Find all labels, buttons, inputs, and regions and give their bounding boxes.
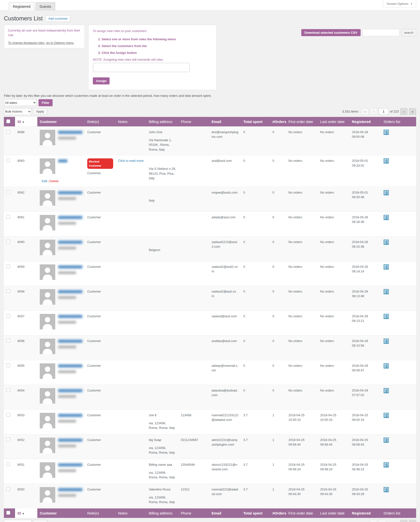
list-controls-bottom: Bulk Actions Apply 3.331 items « ‹ 1 of … [0, 518, 420, 522]
customer-name-link[interactable] [58, 463, 82, 466]
row-checkbox[interactable] [6, 487, 10, 491]
customer-cell [37, 360, 85, 385]
next-page-button[interactable]: › [400, 108, 407, 115]
orders-list-icon[interactable] [384, 363, 389, 368]
notes-cell: Click to read more [116, 155, 146, 187]
customer-cell [37, 310, 85, 335]
orders-list-icon[interactable] [384, 314, 389, 319]
current-page-input[interactable] [379, 108, 388, 115]
next-page-button-bottom[interactable]: › [400, 520, 407, 522]
select-all-checkbox-bottom[interactable] [6, 511, 10, 515]
row-checkbox[interactable] [6, 339, 10, 343]
notes-cell [116, 434, 146, 459]
registered-date-cell: 2018-04-26 07:57:02 [349, 385, 381, 409]
total-spent-cell: 3.7 [241, 409, 270, 434]
add-customer-button[interactable]: Add customer [46, 15, 70, 22]
pagination-top: 3.331 items « ‹ of 223 › » [342, 108, 416, 115]
prev-page-button-bottom[interactable]: ‹ [379, 520, 386, 522]
row-checkbox[interactable] [6, 462, 10, 466]
role-label: Customer [87, 413, 113, 418]
apply-button-top[interactable]: Apply [33, 108, 47, 115]
customer-name-link[interactable] [58, 340, 82, 343]
customer-name-link[interactable] [58, 131, 82, 134]
last-page-button[interactable]: » [409, 108, 416, 115]
bulk-actions-select-top[interactable]: Bulk Actions [4, 108, 32, 115]
orders-list-icon[interactable] [384, 264, 389, 269]
orders-list-cell [381, 335, 416, 360]
row-actions: Edit|Delete [42, 179, 82, 184]
tab-guests[interactable]: Guests [36, 2, 55, 11]
table-row: 8054 Customer ada [4, 385, 416, 409]
row-checkbox[interactable] [6, 363, 10, 367]
orders-list-icon[interactable] [384, 289, 389, 294]
email-cell: sadasd2@asd2.com [209, 261, 241, 286]
tab-registered[interactable]: Registered [9, 2, 35, 11]
orders-list-icon[interactable] [384, 413, 389, 418]
row-checkbox[interactable] [6, 413, 10, 417]
delete-link[interactable]: Delete [49, 179, 59, 183]
customer-name-link[interactable] [58, 439, 82, 442]
customer-name-link[interactable] [58, 414, 82, 417]
customer-name-link[interactable] [58, 265, 82, 269]
select-all-checkbox[interactable] [6, 119, 10, 123]
row-checkbox-cell [4, 286, 15, 310]
customer-name-link[interactable] [58, 290, 82, 293]
column-footer-id[interactable]: ID▼ [15, 508, 37, 518]
orders-list-icon[interactable] [384, 190, 389, 195]
email-cell: adada@asd.com [209, 212, 241, 236]
first-page-button-bottom[interactable]: « [370, 520, 377, 522]
row-checkbox[interactable] [6, 215, 10, 219]
row-checkbox[interactable] [6, 314, 10, 318]
column-header-id[interactable]: ID▼ [15, 117, 37, 127]
email-cell: asddas@asd.com [209, 335, 241, 360]
row-checkbox[interactable] [6, 158, 10, 162]
row-checkbox[interactable] [6, 289, 10, 293]
customer-cell [37, 212, 85, 236]
customer-name-link[interactable] [58, 389, 82, 392]
customer-name-link[interactable] [58, 241, 82, 244]
search-input[interactable] [363, 29, 399, 36]
orders-list-icon[interactable] [384, 130, 389, 135]
customer-name-link[interactable] [58, 159, 67, 163]
options-menu-link[interactable]: To change displayed roles, go to Options… [8, 41, 74, 45]
search-button[interactable]: search [401, 29, 416, 36]
customer-name-link[interactable] [58, 216, 82, 219]
table-row: 8053 Customer Joe 6 via, 123456, [4, 409, 416, 434]
orders-list-icon[interactable] [384, 438, 389, 443]
row-checkbox[interactable] [6, 130, 10, 134]
customer-name-link[interactable] [58, 488, 82, 491]
prev-page-button[interactable]: ‹ [370, 108, 377, 115]
customer-name-link[interactable] [58, 364, 82, 367]
orders-count-cell: 0 [270, 236, 286, 261]
read-note-link[interactable]: Click to read more [118, 159, 143, 163]
screen-options-button[interactable]: Screen Options ▼ [383, 0, 416, 8]
column-footer-last-order: Last order date [318, 508, 349, 518]
roles-input[interactable] [93, 63, 190, 72]
row-checkbox[interactable] [6, 264, 10, 268]
orders-list-icon[interactable] [384, 388, 389, 393]
edit-link[interactable]: Edit [42, 179, 47, 183]
date-filter-select[interactable]: All dates [4, 99, 37, 106]
customer-name-link[interactable] [58, 315, 82, 318]
orders-list-icon[interactable] [384, 462, 389, 467]
customer-name-link[interactable] [58, 191, 82, 194]
orders-list-icon[interactable] [384, 215, 389, 220]
last-page-button-bottom[interactable]: » [409, 520, 416, 522]
filter-button[interactable]: Filter [39, 99, 53, 106]
assign-button[interactable]: Assign [93, 77, 110, 84]
email-cell: noemail221233122@adadsd.com [209, 409, 241, 434]
first-page-button[interactable]: « [361, 108, 369, 115]
row-checkbox[interactable] [6, 190, 10, 194]
row-checkbox[interactable] [6, 438, 10, 441]
row-checkbox[interactable] [6, 240, 10, 244]
orders-list-icon[interactable] [384, 339, 389, 344]
avatar [40, 487, 55, 503]
orders-list-icon[interactable] [384, 240, 389, 245]
apply-button-bottom[interactable]: Apply [33, 520, 47, 522]
orders-list-icon[interactable] [384, 487, 389, 492]
bulk-actions-select-bottom[interactable]: Bulk Actions [4, 520, 32, 522]
download-csv-button[interactable]: Download selected customers CSV [301, 29, 361, 36]
row-checkbox[interactable] [6, 388, 10, 392]
avatar [40, 240, 55, 255]
orders-list-icon[interactable] [384, 158, 389, 163]
